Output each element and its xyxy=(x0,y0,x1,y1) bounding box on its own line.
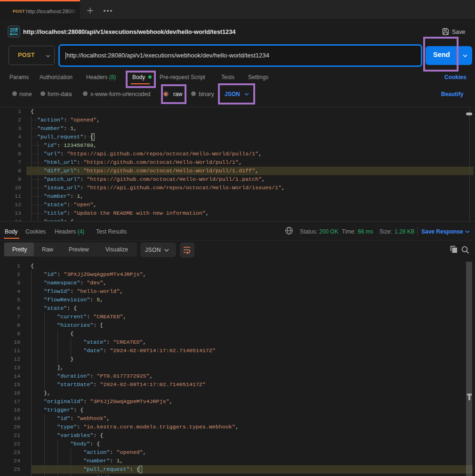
svg-text:HTTP: HTTP xyxy=(10,30,18,33)
